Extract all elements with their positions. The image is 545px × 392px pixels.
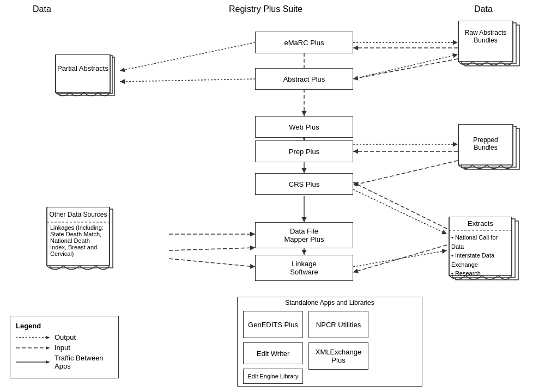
data-left-heading: Data <box>33 4 51 14</box>
xmlexchange-label: XMLExchange Plus <box>312 348 365 364</box>
legend-traffic-label: Traffic Between Apps <box>55 354 113 370</box>
edit-writer-box: Edit Writer <box>243 342 303 364</box>
raw-abstracts-doc: Raw AbstractsBundles <box>455 21 526 81</box>
linkages-label: Linkages (Including:State Death Match,Na… <box>48 224 108 257</box>
svg-line-5 <box>353 59 458 79</box>
abstract-plus-box: Abstract Plus <box>255 68 353 90</box>
data-file-mapper-label: Data FileMapper Plus <box>284 227 324 243</box>
svg-line-17 <box>353 250 447 267</box>
svg-line-9 <box>353 161 458 185</box>
standalone-container: Standalone Apps and Libraries GenEDITS P… <box>237 297 422 387</box>
edit-engine-box: Edit Engine Library <box>243 369 303 384</box>
edit-engine-label: Edit Engine Library <box>248 373 299 379</box>
extracts-items: • National Call for Data • Interstate Da… <box>451 233 511 278</box>
svg-line-15 <box>169 259 255 267</box>
partial-abstracts-label: Partial Abstracts <box>55 64 111 72</box>
svg-line-19 <box>353 245 447 272</box>
genedits-box: GenEDITS Plus <box>243 311 303 338</box>
extracts-doc: Extracts • National Call for Data • Inte… <box>446 217 528 287</box>
genedits-label: GenEDITS Plus <box>248 321 298 329</box>
web-plus-box: Web Plus <box>255 116 353 138</box>
prepped-bundles-label: PreppedBundles <box>458 136 513 151</box>
svg-line-2 <box>120 42 255 71</box>
extracts-title: Extracts <box>449 219 512 228</box>
svg-line-16 <box>353 189 447 234</box>
svg-rect-24 <box>56 54 110 93</box>
emarc-plus-box: eMaRC Plus <box>255 32 353 53</box>
npcr-label: NPCR Utilities <box>316 321 361 329</box>
legend-title: Legend <box>16 322 113 330</box>
svg-line-1 <box>353 54 458 79</box>
prepped-bundles-doc: PreppedBundles <box>455 124 526 184</box>
svg-marker-54 <box>46 336 50 339</box>
raw-abstracts-label: Raw AbstractsBundles <box>458 29 513 44</box>
legend-traffic: Traffic Between Apps <box>16 354 113 370</box>
svg-line-18 <box>353 182 447 229</box>
diagram: Data Registry Plus Suite Data <box>0 0 545 392</box>
crs-plus-box: CRS Plus <box>255 173 353 195</box>
linkage-software-label: LinkageSoftware <box>290 260 318 276</box>
other-data-label: Other Data Sources <box>47 211 110 218</box>
legend-input-label: Input <box>55 344 70 352</box>
partial-abstracts-doc: Partial Abstracts <box>55 54 120 103</box>
data-right-heading: Data <box>474 4 493 14</box>
svg-marker-58 <box>46 360 50 364</box>
svg-line-3 <box>120 79 255 82</box>
svg-line-14 <box>169 248 255 250</box>
standalone-label: Standalone Apps and Libraries <box>238 297 422 308</box>
registry-suite-heading: Registry Plus Suite <box>229 4 302 14</box>
prep-plus-box: Prep Plus <box>255 140 353 162</box>
npcr-box: NPCR Utilities <box>308 311 368 338</box>
other-data-doc: Other Data Sources Linkages (Including:S… <box>44 207 120 278</box>
legend-output-label: Output <box>55 333 76 341</box>
linkage-software-box: LinkageSoftware <box>255 255 353 281</box>
legend-output: Output <box>16 333 113 341</box>
legend: Legend Output Input Traffic Between Apps <box>10 316 119 378</box>
xmlexchange-box: XMLExchange Plus <box>308 342 368 370</box>
edit-writer-label: Edit Writer <box>257 350 289 358</box>
data-file-mapper-box: Data FileMapper Plus <box>255 222 353 248</box>
legend-input: Input <box>16 344 113 352</box>
svg-marker-56 <box>46 346 50 350</box>
